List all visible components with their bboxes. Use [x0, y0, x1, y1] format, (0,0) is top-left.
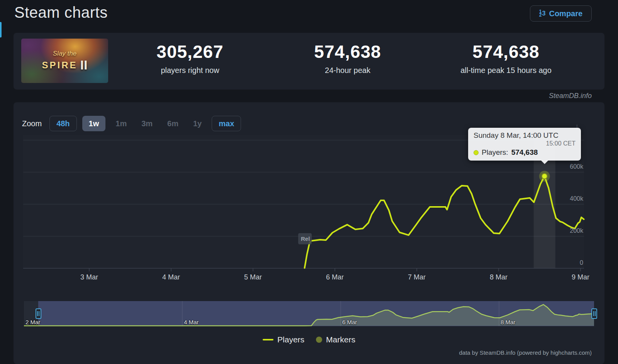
tooltip-players-value: 574,638 [511, 148, 538, 157]
navigator-right-handle[interactable] [591, 308, 597, 319]
stat-block: 305,267players right now [109, 41, 271, 75]
stat-block: 574,638all-time peak 15 hours ago [425, 41, 587, 75]
zoom-preset-48h[interactable]: 48h [49, 116, 76, 131]
stat-label: players right now [109, 66, 271, 75]
stat-value: 574,638 [425, 41, 587, 62]
stat-block: 574,63824-hour peak [267, 41, 429, 75]
compare-numbers-icon: 12 3 [539, 10, 546, 17]
zoom-preset-1y[interactable]: 1y [188, 116, 206, 131]
y-axis-label: 0 [556, 259, 583, 266]
y-axis-label: 200k [556, 227, 583, 234]
chart-panel: Zoom 48h1w1m3m6m1ymax ↓ 3 Mar4 Mar5 Mar6… [14, 102, 604, 364]
navigator-left-handle[interactable] [36, 308, 41, 319]
legend-circle-icon [316, 337, 322, 343]
zoom-preset-3m[interactable]: 3m [137, 116, 157, 131]
legend-line-icon [263, 339, 273, 340]
stat-label: 24-hour peak [267, 66, 429, 75]
x-axis-label: 4 Mar [154, 273, 188, 281]
navigator-date-label: 6 Mar [342, 319, 357, 325]
x-axis-label: 8 Mar [481, 273, 516, 281]
x-axis-label: 6 Mar [317, 273, 352, 281]
x-axis-label: 5 Mar [236, 273, 270, 281]
chart-tooltip: Sunday 8 Mar, 14:00 UTC 15:00 CET Player… [468, 128, 581, 161]
tooltip-series-label: Players: [482, 148, 508, 157]
legend-label: Players [277, 335, 304, 344]
game-logo: Slay the SPIREII [42, 49, 88, 72]
steamdb-watermark: SteamDB.info [549, 92, 592, 100]
tooltip-date: Sunday 8 Mar, 14:00 UTC [474, 131, 576, 140]
legend-label: Markers [326, 335, 355, 344]
game-capsule-image[interactable]: Slay the SPIREII [21, 39, 108, 83]
chart-legend: PlayersMarkers [14, 335, 604, 344]
tooltip-local-time: 15:00 CET [474, 140, 576, 147]
steamdb-charts-page: { "header": { "title": "Steam charts", "… [0, 0, 618, 364]
page-title: Steam charts [14, 4, 108, 21]
stat-value: 574,638 [267, 41, 429, 62]
zoom-label: Zoom [22, 119, 42, 128]
compare-button[interactable]: 12 3 Compare [530, 5, 592, 22]
zoom-preset-1m[interactable]: 1m [111, 116, 131, 131]
tooltip-players-line: Players: 574,638 [474, 148, 576, 157]
legend-item-markers[interactable]: Markers [316, 335, 355, 344]
release-flag: Rel [298, 233, 312, 244]
zoom-preset-1w[interactable]: 1w [82, 116, 106, 131]
legend-item-players[interactable]: Players [263, 335, 304, 344]
stats-panel: Slay the SPIREII 305,267players right no… [14, 33, 604, 90]
hovered-point-marker [542, 174, 547, 179]
chart-credits[interactable]: data by SteamDB.info (powered by highcha… [459, 349, 592, 356]
zoom-preset-6m[interactable]: 6m [163, 116, 183, 131]
left-edge-accent [0, 22, 2, 37]
navigator-date-label: 4 Mar [184, 319, 199, 325]
zoom-preset-row: Zoom 48h1w1m3m6m1ymax [22, 116, 241, 131]
series-dot-icon [474, 150, 479, 155]
y-axis-label: 400k [556, 195, 583, 202]
navigator-date-label: 2 Mar [25, 319, 40, 325]
y-axis-label: 600k [556, 163, 583, 170]
x-axis-label: 7 Mar [399, 273, 434, 281]
x-axis-label: 9 Mar [563, 273, 598, 281]
stat-label: all-time peak 15 hours ago [425, 66, 587, 75]
zoom-preset-max[interactable]: max [212, 116, 241, 131]
x-axis-label: 3 Mar [72, 273, 107, 281]
compare-label: Compare [549, 9, 582, 18]
navigator-date-label: 8 Mar [501, 319, 515, 325]
stat-value: 305,267 [109, 41, 271, 62]
